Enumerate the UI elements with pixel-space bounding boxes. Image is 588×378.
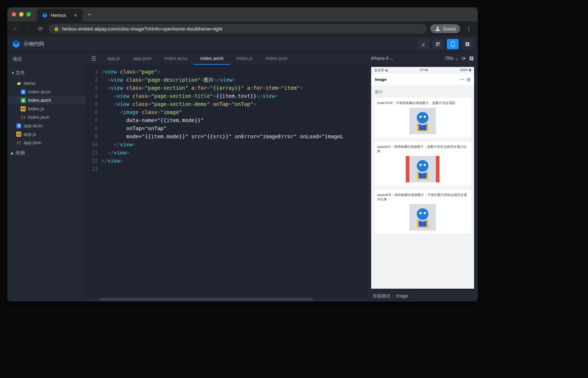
svg-point-8 — [417, 160, 429, 172]
file-index-axml[interactable]: ⬗index.axml — [8, 96, 85, 104]
editor-tab-app-js[interactable]: app.js — [101, 53, 127, 65]
preview-image — [409, 108, 436, 134]
preview-card-1: aspectFit：保持纵横比缩放图片，使图片的长边能完全显示出来 — [374, 142, 471, 185]
card-title: aspectFill：保持纵横比缩放图片，只保证图片的短边能完全显示出来 — [377, 193, 468, 202]
app-title: 示例代码 — [24, 41, 415, 47]
preview-image — [409, 156, 436, 182]
preview-image — [409, 204, 436, 231]
forward-button[interactable]: → — [24, 25, 32, 32]
card-title: aspectFit：保持纵横比缩放图片，使图片的长边能完全显示出来 — [377, 145, 468, 154]
close-window[interactable] — [12, 12, 16, 17]
svg-point-4 — [417, 112, 429, 124]
url-text: herbox-embed.alipay.com/s/doc-image?chIn… — [62, 26, 222, 32]
download-icon — [421, 42, 426, 47]
file-app-acss[interactable]: ⎘app.acss — [8, 121, 85, 130]
code-area[interactable]: 12345678910111213 <view class="page"> <v… — [85, 65, 368, 297]
svg-point-5 — [419, 115, 422, 118]
device-preview-button[interactable] — [447, 39, 459, 49]
line-gutter: 12345678910111213 — [85, 65, 101, 297]
horizontal-scrollbar[interactable] — [85, 297, 368, 302]
code-content[interactable]: <view class="page"> <view class="page-de… — [101, 65, 343, 297]
editor-tab-app-json[interactable]: app.json — [127, 53, 158, 65]
file-app-js[interactable]: JSapp.js — [8, 130, 85, 138]
reload-button[interactable]: ⟳ — [36, 25, 45, 32]
file-icon: JS — [16, 132, 21, 137]
qr-button[interactable] — [432, 39, 444, 49]
preview-body[interactable]: 图片 scaleToFill：不保持纵横比缩放图片，使图片完全适应aspectF… — [371, 85, 474, 289]
file-icon: JS — [21, 106, 26, 111]
card-title: scaleToFill：不保持纵横比缩放图片，使图片完全适应 — [377, 101, 468, 106]
minimize-window[interactable] — [19, 12, 24, 17]
preview-reload-button[interactable]: ⟳ — [462, 56, 466, 61]
tab-title: Herbox — [51, 13, 66, 18]
grid-icon — [465, 42, 470, 47]
sidebar: 项目 ▼文件 📁demo ⎘index.acss⬗index.axmlJSind… — [7, 52, 85, 302]
ide-header: 示例代码 — [7, 36, 478, 52]
layout-grid-button[interactable] — [462, 39, 473, 49]
svg-point-13 — [419, 212, 422, 214]
editor-tab-index-axml[interactable]: index.axml — [194, 53, 230, 65]
folder-icon: 📁 — [16, 81, 21, 86]
browser-tab[interactable]: Herbox ✕ — [37, 9, 83, 21]
preview-section-label: 图片 — [374, 88, 471, 98]
preview-layout-icon[interactable] — [469, 56, 474, 61]
zoom-selector[interactable]: 75% ⌄ — [445, 56, 459, 61]
lock-icon: 🔒 — [54, 26, 59, 31]
preview-toolbar: iPhone 6 ⌄ 75% ⌄ ⟳ — [368, 52, 478, 65]
preview-card-2: aspectFill：保持纵横比缩放图片，只保证图片的短边能完全显示出来 — [374, 190, 471, 233]
svg-point-12 — [417, 208, 429, 220]
menu-icon[interactable]: ☰ — [87, 55, 101, 62]
back-button[interactable]: ← — [11, 25, 20, 32]
editor-tab-index-js[interactable]: index.js — [230, 53, 259, 65]
toolbar: ← → ⟳ 🔒 herbox-embed.alipay.com/s/doc-im… — [7, 21, 478, 36]
qr-icon — [435, 42, 441, 47]
preview-pane: iPhone 6 ⌄ 75% ⌄ ⟳ 支付宝 ⇆ 17:45 100% ▮ — [368, 52, 478, 302]
file-index-js[interactable]: JSindex.js — [8, 104, 85, 113]
svg-point-6 — [424, 115, 426, 118]
editor-tab-index-acss[interactable]: index.acss — [158, 53, 194, 65]
folder-demo[interactable]: 📁demo — [8, 79, 85, 88]
svg-point-0 — [437, 27, 439, 29]
browser-menu-icon[interactable]: ⋮ — [464, 25, 474, 32]
ring-icon[interactable]: ◎ — [467, 77, 470, 82]
app-logo-icon — [12, 40, 21, 49]
profile-badge[interactable]: Guest — [430, 24, 460, 33]
preview-page-header: Image ⋯ ◎ — [371, 74, 474, 85]
caret-down-icon: ▼ — [11, 71, 15, 75]
svg-point-9 — [419, 164, 422, 166]
file-icon: ⬗ — [21, 98, 26, 103]
phone-icon — [451, 41, 455, 47]
caret-right-icon: ▶ — [11, 151, 15, 155]
editor: ☰ app.jsapp.jsonindex.acssindex.axmlinde… — [85, 52, 368, 302]
preview-card-0: scaleToFill：不保持纵横比缩放图片，使图片完全适应 — [374, 98, 471, 137]
sidebar-section-deps[interactable]: ▶依赖 — [7, 147, 85, 159]
guest-label: Guest — [443, 26, 456, 32]
file-index-acss[interactable]: ⎘index.acss — [8, 88, 85, 96]
chevron-down-icon: ⌄ — [455, 56, 459, 61]
favicon-icon — [42, 12, 48, 18]
download-button[interactable] — [417, 39, 429, 49]
editor-tab-index-json[interactable]: index.json — [259, 53, 294, 65]
tab-close-icon[interactable]: ✕ — [74, 13, 78, 18]
sidebar-title: 项目 — [7, 52, 85, 67]
file-app-json[interactable]: { }app.json — [8, 138, 85, 147]
preview-footer: 页面路径： Image — [368, 291, 478, 302]
svg-point-14 — [424, 212, 426, 214]
file-icon: { } — [16, 140, 21, 145]
titlebar: Herbox ✕ ＋ — [7, 7, 478, 21]
scrollbar-thumb[interactable] — [100, 298, 313, 301]
device-statusbar: 支付宝 ⇆ 17:45 100% ▮ — [371, 67, 474, 74]
new-tab-button[interactable]: ＋ — [86, 11, 92, 18]
chevron-down-icon: ⌄ — [390, 56, 394, 61]
file-icon: ⎘ — [21, 89, 26, 94]
file-icon: ⎘ — [16, 123, 21, 128]
window-controls — [12, 12, 31, 17]
svg-point-2 — [452, 46, 453, 46]
file-icon: { } — [21, 115, 26, 120]
file-index-json[interactable]: { }index.json — [8, 113, 85, 121]
sidebar-section-files[interactable]: ▼文件 — [7, 67, 85, 79]
more-icon[interactable]: ⋯ — [460, 77, 465, 82]
address-bar[interactable]: 🔒 herbox-embed.alipay.com/s/doc-image?ch… — [49, 24, 427, 34]
device-selector[interactable]: iPhone 6 ⌄ — [371, 56, 442, 61]
maximize-window[interactable] — [26, 12, 31, 17]
